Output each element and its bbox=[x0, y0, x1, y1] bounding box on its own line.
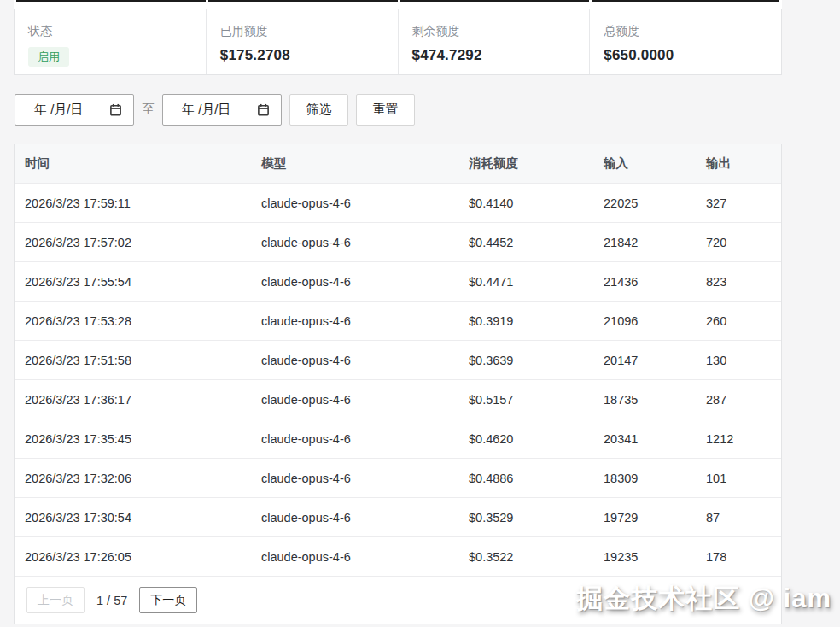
table-row: 2026/3/23 17:26:05claude-opus-4-6$0.3522… bbox=[15, 537, 781, 577]
cell-output: 130 bbox=[696, 354, 781, 367]
cell-input: 22025 bbox=[593, 196, 696, 210]
calendar-icon[interactable] bbox=[109, 103, 122, 116]
cell-input: 20341 bbox=[593, 432, 696, 446]
cell-cost: $0.3522 bbox=[458, 550, 593, 564]
status-badge: 启用 bbox=[28, 47, 69, 67]
cell-model: claude-opus-4-6 bbox=[251, 236, 458, 249]
cell-input: 19235 bbox=[593, 550, 696, 564]
cell-time: 2026/3/23 17:59:11 bbox=[15, 196, 251, 210]
cell-input: 19729 bbox=[593, 511, 696, 524]
cell-input: 20147 bbox=[593, 354, 696, 367]
table-row: 2026/3/23 17:35:45claude-opus-4-6$0.4620… bbox=[15, 419, 781, 459]
top-border-segment bbox=[208, 0, 398, 2]
cell-time: 2026/3/23 17:53:28 bbox=[15, 314, 251, 328]
quota-stats-panel: 状态 启用 已用额度 $175.2708 剩余额度 $474.7292 总额度 … bbox=[14, 9, 782, 75]
cell-model: claude-opus-4-6 bbox=[251, 393, 458, 407]
cell-model: claude-opus-4-6 bbox=[251, 196, 458, 210]
total-quota-value: $650.0000 bbox=[604, 47, 767, 64]
top-border-segment bbox=[16, 0, 206, 2]
column-header-input: 输入 bbox=[593, 155, 696, 172]
table-row: 2026/3/23 17:57:02claude-opus-4-6$0.4452… bbox=[15, 223, 781, 262]
remaining-quota-card: 剩余额度 $474.7292 bbox=[398, 9, 590, 74]
cell-input: 21096 bbox=[593, 314, 696, 328]
cell-output: 101 bbox=[696, 472, 781, 485]
cell-output: 260 bbox=[696, 314, 781, 328]
table-header: 时间 模型 消耗额度 输入 输出 bbox=[15, 144, 781, 184]
cell-cost: $0.5157 bbox=[458, 393, 593, 407]
cell-output: 1212 bbox=[696, 432, 781, 446]
cell-model: claude-opus-4-6 bbox=[251, 314, 458, 328]
filter-button[interactable]: 筛选 bbox=[289, 94, 348, 126]
table-row: 2026/3/23 17:59:11claude-opus-4-6$0.4140… bbox=[15, 184, 781, 223]
table-row: 2026/3/23 17:53:28claude-opus-4-6$0.3919… bbox=[15, 302, 781, 341]
cell-input: 18309 bbox=[593, 472, 696, 485]
next-page-button[interactable]: 下一页 bbox=[139, 587, 197, 613]
cell-output: 87 bbox=[696, 511, 781, 524]
cell-model: claude-opus-4-6 bbox=[251, 275, 458, 289]
cell-cost: $0.4620 bbox=[458, 432, 593, 446]
top-border-segment bbox=[400, 0, 589, 2]
remaining-quota-label: 剩余额度 bbox=[412, 24, 576, 39]
used-quota-card: 已用额度 $175.2708 bbox=[206, 9, 398, 74]
cell-model: claude-opus-4-6 bbox=[251, 354, 458, 367]
cell-time: 2026/3/23 17:51:58 bbox=[15, 354, 251, 367]
cell-model: claude-opus-4-6 bbox=[251, 472, 458, 485]
table-body: 2026/3/23 17:59:11claude-opus-4-6$0.4140… bbox=[15, 184, 781, 577]
column-header-time: 时间 bbox=[15, 155, 251, 172]
cell-input: 18735 bbox=[593, 393, 696, 407]
end-date-input[interactable]: 年 /月/日 bbox=[162, 94, 282, 126]
column-header-output: 输出 bbox=[696, 155, 781, 172]
cell-model: claude-opus-4-6 bbox=[251, 432, 458, 446]
cell-output: 178 bbox=[696, 550, 781, 564]
reset-button[interactable]: 重置 bbox=[356, 94, 415, 126]
cell-cost: $0.3919 bbox=[458, 314, 593, 328]
usage-table-panel: 时间 模型 消耗额度 输入 输出 2026/3/23 17:59:11claud… bbox=[14, 144, 782, 624]
filter-bar: 年 /月/日 至 年 /月/日 筛选 重置 bbox=[15, 94, 415, 126]
column-header-model: 模型 bbox=[251, 155, 458, 172]
column-header-cost: 消耗额度 bbox=[458, 155, 593, 172]
cell-output: 823 bbox=[696, 275, 781, 289]
cell-cost: $0.3639 bbox=[458, 354, 593, 367]
table-row: 2026/3/23 17:32:06claude-opus-4-6$0.4886… bbox=[15, 459, 781, 498]
end-date-value: 年 /月/日 bbox=[182, 102, 231, 118]
total-quota-label: 总额度 bbox=[604, 24, 767, 39]
cell-output: 287 bbox=[696, 393, 781, 407]
start-date-value: 年 /月/日 bbox=[34, 102, 84, 118]
page-indicator: 1 / 57 bbox=[96, 594, 127, 607]
cell-time: 2026/3/23 17:26:05 bbox=[15, 550, 251, 564]
calendar-icon[interactable] bbox=[257, 103, 270, 116]
top-border-segment bbox=[592, 0, 779, 2]
table-row: 2026/3/23 17:30:54claude-opus-4-6$0.3529… bbox=[15, 498, 781, 537]
pagination-bar: 上一页 1 / 57 下一页 bbox=[15, 577, 781, 624]
date-range-to-label: 至 bbox=[142, 102, 155, 118]
table-row: 2026/3/23 17:55:54claude-opus-4-6$0.4471… bbox=[15, 262, 781, 302]
cell-cost: $0.4471 bbox=[458, 275, 593, 289]
total-quota-card: 总额度 $650.0000 bbox=[589, 9, 781, 74]
remaining-quota-value: $474.7292 bbox=[412, 47, 576, 64]
cell-time: 2026/3/23 17:30:54 bbox=[15, 511, 251, 524]
table-row: 2026/3/23 17:36:17claude-opus-4-6$0.5157… bbox=[15, 380, 781, 419]
cell-model: claude-opus-4-6 bbox=[251, 550, 458, 564]
cell-model: claude-opus-4-6 bbox=[251, 511, 458, 524]
cell-input: 21436 bbox=[593, 275, 696, 289]
cell-time: 2026/3/23 17:36:17 bbox=[15, 393, 251, 407]
cell-output: 327 bbox=[696, 196, 781, 210]
cell-output: 720 bbox=[696, 236, 781, 249]
cell-cost: $0.4140 bbox=[458, 196, 593, 210]
cell-cost: $0.4886 bbox=[458, 472, 593, 485]
status-card: 状态 启用 bbox=[15, 9, 206, 74]
cell-time: 2026/3/23 17:55:54 bbox=[15, 275, 251, 289]
cell-input: 21842 bbox=[593, 236, 696, 249]
start-date-input[interactable]: 年 /月/日 bbox=[15, 94, 134, 126]
cell-cost: $0.3529 bbox=[458, 511, 593, 524]
cell-time: 2026/3/23 17:35:45 bbox=[15, 432, 251, 446]
table-row: 2026/3/23 17:51:58claude-opus-4-6$0.3639… bbox=[15, 341, 781, 380]
cell-time: 2026/3/23 17:57:02 bbox=[15, 236, 251, 249]
prev-page-button[interactable]: 上一页 bbox=[26, 587, 85, 613]
cell-cost: $0.4452 bbox=[458, 236, 593, 249]
used-quota-value: $175.2708 bbox=[220, 47, 384, 64]
cell-time: 2026/3/23 17:32:06 bbox=[15, 472, 251, 485]
status-label: 状态 bbox=[28, 24, 192, 39]
used-quota-label: 已用额度 bbox=[220, 24, 384, 39]
